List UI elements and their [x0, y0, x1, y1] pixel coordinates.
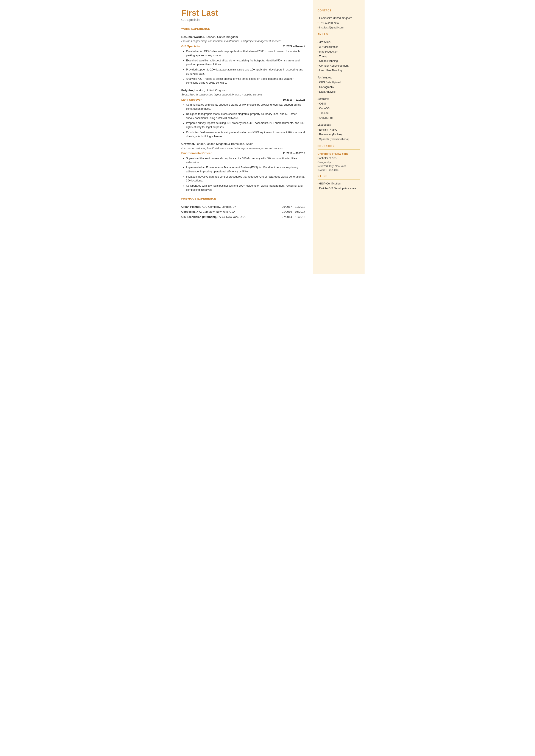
list-item: Implemented an Environmental Management … — [186, 165, 305, 174]
job-title-header: GIS Specialist — [182, 18, 305, 22]
work-experience-divider — [182, 32, 305, 32]
list-item: Prepared survey reports detailing 10+ pr… — [186, 121, 305, 129]
prev-exp-1-label: Urban Planner, ABC Company, London, UK — [182, 205, 237, 209]
list-item: Created an ArcGIS Online web map applica… — [186, 49, 305, 58]
list-item: QGIS — [318, 102, 360, 106]
prev-exp-2: Geodesist, XYZ Company, New York, USA 01… — [182, 210, 305, 214]
list-item: English (Native) — [318, 128, 360, 132]
previous-experience-section-title: PREVIOUS EXPERIENCE — [182, 197, 305, 201]
education-dates: 10/2011 - 06/2014 — [318, 168, 360, 172]
list-item: Cartography — [318, 85, 360, 89]
prev-exp-1-dates: 06/2017 – 10/2018 — [282, 205, 305, 209]
job-2-company: Polyhire, London, United Kingdom — [182, 88, 305, 93]
job-3-company: Growthsi, London, United Kingdom & Barce… — [182, 142, 305, 146]
job-3-role: Environmental Officer — [182, 151, 212, 155]
education-field: Geography — [318, 160, 360, 164]
list-item: Esri ArcGIS Desktop Associate — [318, 186, 360, 190]
techniques-list: GPS Data Upload Cartography Data Analysi… — [318, 80, 360, 94]
job-3-description: Focuses on reducing health risks associa… — [182, 146, 305, 151]
contact-list: Hampshire United Kingdom +44 1234567890 … — [318, 16, 360, 30]
full-name: First Last — [182, 9, 305, 18]
education-divider — [318, 149, 360, 150]
education-section-title: EDUCATION — [318, 144, 360, 148]
name-block: First Last GIS Specialist — [182, 9, 305, 22]
list-item: CartoDB — [318, 106, 360, 111]
software-list: QGIS CartoDB Tableau ArcGIS Pro — [318, 102, 360, 120]
job-2-description: Specializes in construction layout suppo… — [182, 93, 305, 97]
right-column: CONTACT Hampshire United Kingdom +44 123… — [313, 0, 365, 274]
prev-exp-2-dates: 01/2016 – 05/2017 — [282, 210, 305, 214]
list-item: first.last@gmail.com — [318, 26, 360, 30]
other-section-title: OTHER — [318, 174, 360, 178]
list-item: Data Analysis — [318, 90, 360, 94]
list-item: Communicated with clients about the stat… — [186, 103, 305, 111]
list-item: Designed topographic maps, cross-section… — [186, 112, 305, 120]
list-item: Zoning — [318, 55, 360, 59]
job-2-role: Land Surveyor — [182, 98, 202, 102]
list-item: GPS Data Upload — [318, 80, 360, 84]
list-item: GISP Certification — [318, 182, 360, 186]
list-item: Tableau — [318, 111, 360, 115]
prev-exp-2-label: Geodesist, XYZ Company, New York, USA — [182, 210, 235, 214]
list-item: Corridor Redevelopment — [318, 64, 360, 68]
skills-divider — [318, 38, 360, 38]
hard-skills-list: 3D Visualization Map Production Zoning U… — [318, 45, 360, 72]
job-2-bullets: Communicated with clients about the stat… — [182, 103, 305, 138]
languages-label: Languages: — [318, 123, 360, 127]
list-item: Provided support to 20+ database adminis… — [186, 68, 305, 76]
other-divider — [318, 179, 360, 180]
languages-list: English (Native) Romanian (Native) Spani… — [318, 128, 360, 141]
list-item: Conducted field measurements using a tot… — [186, 130, 305, 139]
list-item: Land Use Planning — [318, 69, 360, 72]
job-1-role: GIS Specialist — [182, 44, 201, 48]
skills-section-title: SKILLS — [318, 33, 360, 37]
previous-experience-divider — [182, 202, 305, 202]
education-school: University of New York — [318, 152, 360, 156]
list-item: Supervised the environmental compliance … — [186, 156, 305, 165]
list-item: +44 1234567890 — [318, 21, 360, 25]
prev-exp-1: Urban Planner, ABC Company, London, UK 0… — [182, 205, 305, 209]
job-3-header: Environmental Officer 11/2018 – 09/2019 — [182, 151, 305, 155]
job-2-dates: 10/2019 – 12/2021 — [283, 98, 305, 102]
job-3-dates: 11/2018 – 09/2019 — [283, 151, 305, 155]
left-column: First Last GIS Specialist WORK EXPERIENC… — [171, 0, 313, 274]
education-location: New York City, New York — [318, 164, 360, 168]
list-item: Examined satellite multispectral bands f… — [186, 59, 305, 67]
prev-exp-3-label: GIS Technician (Internship), ABC, New Yo… — [182, 215, 245, 219]
list-item: Romanian (Native) — [318, 132, 360, 137]
prev-exp-3-dates: 07/2014 – 12/2015 — [282, 215, 305, 219]
job-2-header: Land Surveyor 10/2019 – 12/2021 — [182, 98, 305, 102]
job-1-company: Resume Worded, London, United Kingdom — [182, 35, 305, 39]
techniques-label: Techniques: — [318, 76, 360, 80]
list-item: 3D Visualization — [318, 45, 360, 49]
list-item: Initiated innovative garbage control pro… — [186, 175, 305, 183]
job-2-block: Polyhire, London, United Kingdom Special… — [182, 88, 305, 138]
job-1-dates: 01/2022 – Present — [283, 44, 305, 48]
job-1-block: Resume Worded, London, United Kingdom Pr… — [182, 35, 305, 85]
list-item: Spanish (Conversational) — [318, 137, 360, 141]
job-1-bullets: Created an ArcGIS Online web map applica… — [182, 49, 305, 85]
job-3-bullets: Supervised the environmental compliance … — [182, 156, 305, 192]
contact-divider — [318, 14, 360, 14]
job-1-header: GIS Specialist 01/2022 – Present — [182, 44, 305, 48]
software-label: Software: — [318, 97, 360, 101]
list-item: Map Production — [318, 50, 360, 54]
list-item: Hampshire United Kingdom — [318, 16, 360, 20]
list-item: Urban Planning — [318, 59, 360, 63]
list-item: ArcGIS Pro — [318, 116, 360, 120]
prev-exp-3: GIS Technician (Internship), ABC, New Yo… — [182, 215, 305, 219]
list-item: Collaborated with 60+ local businesses a… — [186, 184, 305, 192]
education-degree: Bachelor of Arts — [318, 156, 360, 160]
list-item: Analyzed 420+ routes to select optimal d… — [186, 77, 305, 85]
hard-skills-label: Hard Skills: — [318, 40, 360, 44]
job-1-description: Provides engineering, construction, main… — [182, 39, 305, 43]
job-3-block: Growthsi, London, United Kingdom & Barce… — [182, 142, 305, 192]
other-list: GISP Certification Esri ArcGIS Desktop A… — [318, 182, 360, 190]
contact-section-title: CONTACT — [318, 9, 360, 13]
work-experience-section-title: WORK EXPERIENCE — [182, 27, 305, 31]
